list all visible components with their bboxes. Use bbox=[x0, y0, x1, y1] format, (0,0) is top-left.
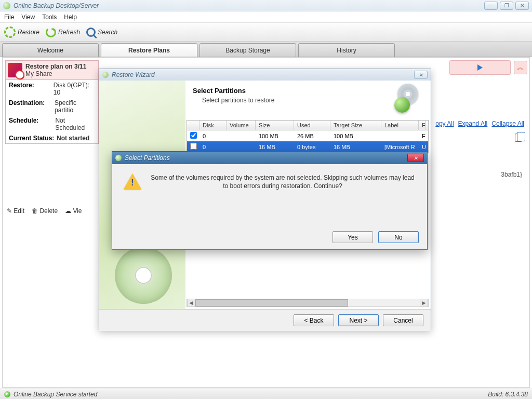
cell-label bbox=[381, 135, 419, 138]
build-label: Build: 6.3.4.38 bbox=[488, 391, 528, 398]
run-button[interactable] bbox=[449, 60, 511, 75]
right-links: opy All Expand All Collapse All bbox=[435, 120, 524, 127]
menubar: File View Tools Help bbox=[0, 11, 532, 23]
plan-restore-key: Restore: bbox=[9, 82, 54, 96]
dialog-footer: Yes No bbox=[332, 231, 419, 243]
plan-restore-val: Disk 0(GPT): 10 bbox=[54, 82, 95, 96]
tab-backup-storage[interactable]: Backup Storage bbox=[200, 43, 296, 57]
tab-restore-plans[interactable]: Restore Plans bbox=[101, 43, 197, 57]
cancel-button[interactable]: Cancel bbox=[383, 314, 423, 326]
restore-icon bbox=[4, 26, 16, 38]
tab-history[interactable]: History bbox=[298, 43, 395, 57]
row-checkbox[interactable] bbox=[190, 143, 197, 150]
wizard-close-button[interactable]: ✕ bbox=[414, 71, 428, 79]
back-button[interactable]: < Back bbox=[294, 314, 334, 326]
col-size[interactable]: Size bbox=[256, 121, 294, 130]
cell-vol bbox=[227, 145, 256, 149]
table-row[interactable]: 0 16 MB 0 bytes 16 MB [Microsoft R U bbox=[187, 141, 428, 152]
wizard-titlebar[interactable]: Restore Wizard ✕ bbox=[99, 69, 431, 81]
menu-view[interactable]: View bbox=[21, 14, 35, 21]
toolbar: Restore Refresh Search bbox=[0, 23, 532, 42]
menu-file[interactable]: File bbox=[4, 14, 14, 21]
dialog-app-icon bbox=[115, 155, 122, 161]
view-button[interactable]: ☁ Vie bbox=[65, 207, 82, 215]
tool-restore-label: Restore bbox=[18, 29, 39, 36]
tool-search-label: Search bbox=[98, 29, 117, 36]
collapse-all-link[interactable]: Collapse All bbox=[491, 120, 524, 127]
plan-status-key: Current Status: bbox=[9, 135, 57, 142]
scroll-thumb[interactable] bbox=[195, 299, 348, 307]
tab-history-label: History bbox=[337, 47, 356, 54]
app-icon bbox=[3, 2, 10, 9]
dialog-title: Select Partitions bbox=[125, 154, 170, 162]
dialog-close-button[interactable]: ✕ bbox=[407, 154, 424, 162]
cell-disk: 0 bbox=[200, 142, 227, 152]
cell-target: 100 MB bbox=[330, 131, 381, 141]
expand-all-link[interactable]: Expand All bbox=[458, 120, 488, 127]
col-target[interactable]: Target Size bbox=[330, 121, 381, 130]
scroll-left-icon[interactable]: ◄ bbox=[187, 299, 195, 307]
col-disk[interactable]: Disk bbox=[200, 121, 227, 130]
back-label: < Back bbox=[304, 317, 323, 324]
plan-sched-key: Schedule: bbox=[9, 117, 55, 131]
guid-fragment: 3bafb1} bbox=[501, 171, 522, 178]
row-checkbox[interactable] bbox=[190, 132, 197, 139]
close-button[interactable]: ✕ bbox=[515, 2, 529, 10]
warning-icon: ! bbox=[124, 174, 141, 189]
wizard-title: Restore Wizard bbox=[112, 71, 155, 78]
status-text: Online Backup Service started bbox=[14, 391, 97, 398]
delete-label: Delete bbox=[39, 207, 58, 215]
tool-refresh[interactable]: Refresh bbox=[46, 27, 80, 37]
minimize-button[interactable]: — bbox=[484, 2, 498, 10]
delete-button[interactable]: 🗑 Delete bbox=[32, 207, 58, 215]
menu-help[interactable]: Help bbox=[64, 14, 77, 21]
yes-button[interactable]: Yes bbox=[332, 231, 373, 243]
wizard-logo bbox=[393, 84, 422, 113]
plan-card[interactable]: ✖ Restore plan on 3/11 My Share Restore:… bbox=[5, 60, 99, 144]
wizard-footer: < Back Next > Cancel bbox=[99, 309, 431, 331]
cell-disk: 0 bbox=[200, 131, 227, 141]
plan-actions: ✎ Edit 🗑 Delete ☁ Vie bbox=[7, 207, 82, 215]
tool-search[interactable]: Search bbox=[86, 28, 117, 37]
edit-label: Edit bbox=[14, 207, 24, 215]
confirm-dialog: Select Partitions ✕ ! Some of the volume… bbox=[112, 151, 428, 250]
search-icon bbox=[86, 28, 96, 37]
cell-target: 16 MB bbox=[330, 142, 381, 152]
tool-restore[interactable]: Restore bbox=[4, 26, 39, 38]
maximize-button[interactable]: ❐ bbox=[500, 2, 513, 10]
col-used[interactable]: Used bbox=[294, 121, 330, 130]
copy-all-link[interactable]: opy All bbox=[435, 120, 454, 127]
col-volume[interactable]: Volume bbox=[227, 121, 256, 130]
refresh-icon bbox=[46, 27, 56, 37]
dialog-titlebar[interactable]: Select Partitions ✕ bbox=[112, 152, 427, 164]
edit-button[interactable]: ✎ Edit bbox=[7, 207, 24, 215]
copy-icon[interactable] bbox=[515, 134, 522, 142]
scroll-right-icon[interactable]: ► bbox=[420, 299, 428, 307]
play-icon bbox=[477, 64, 483, 71]
error-badge-icon: ✖ bbox=[17, 72, 24, 79]
plan-subtitle: My Share bbox=[25, 70, 86, 77]
no-button[interactable]: No bbox=[378, 231, 419, 243]
menu-tools[interactable]: Tools bbox=[42, 14, 57, 21]
plan-status-val: Not started bbox=[57, 135, 89, 142]
col-label[interactable]: Label bbox=[381, 121, 419, 130]
next-button[interactable]: Next > bbox=[338, 314, 379, 326]
table-row[interactable]: 0 100 MB 26 MB 100 MB F bbox=[187, 130, 428, 141]
cell-f: U bbox=[419, 142, 426, 152]
partition-table: Disk Volume Size Used Target Size Label … bbox=[187, 120, 429, 153]
plan-sched-val: Not Scheduled bbox=[55, 117, 95, 131]
collapse-toggle[interactable]: ︽ bbox=[514, 61, 527, 74]
plan-header: ✖ Restore plan on 3/11 My Share bbox=[6, 61, 98, 79]
tab-restore-plans-label: Restore Plans bbox=[128, 47, 170, 54]
status-indicator-icon bbox=[4, 391, 10, 397]
col-f[interactable]: F bbox=[419, 121, 426, 130]
tool-refresh-label: Refresh bbox=[58, 29, 80, 36]
yes-label: Yes bbox=[348, 234, 358, 241]
cell-vol bbox=[227, 135, 256, 138]
window-controls: — ❐ ✕ bbox=[484, 2, 529, 10]
horizontal-scrollbar[interactable]: ◄ ► bbox=[187, 299, 429, 307]
tab-welcome[interactable]: Welcome bbox=[2, 43, 99, 57]
wizard-subheading: Select partitions to restore bbox=[202, 97, 423, 104]
right-action-bar: ︽ bbox=[449, 60, 527, 75]
tab-welcome-label: Welcome bbox=[37, 47, 63, 54]
